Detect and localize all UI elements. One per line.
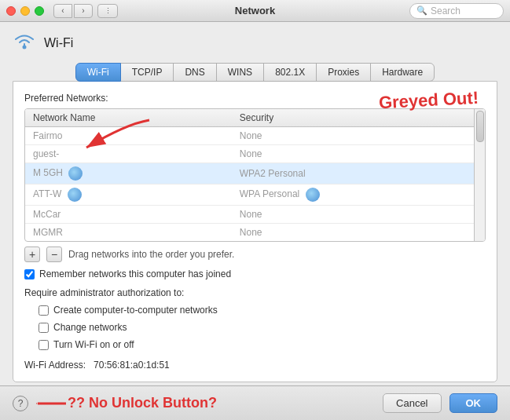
address-value: 70:56:81:a0:1d:51 — [94, 360, 170, 371]
create-checkbox[interactable] — [39, 305, 49, 316]
security-cell: WPA2 Personal — [232, 163, 485, 184]
close-button[interactable] — [6, 6, 16, 16]
scrollbar-thumb[interactable] — [476, 111, 484, 142]
bottom-actions: Cancel OK — [383, 393, 497, 413]
change-networks-row: Change networks — [39, 322, 486, 333]
tabs-bar: Wi-Fi TCP/IP DNS WINS 802.1X Proxies Har… — [13, 63, 497, 82]
table-row[interactable]: guest- None — [25, 145, 485, 163]
main-content: Wi-Fi Wi-Fi TCP/IP DNS WINS 802.1X Proxi… — [0, 22, 510, 392]
tab-dns[interactable]: DNS — [173, 63, 216, 82]
table-row[interactable]: McCar None — [25, 206, 485, 224]
globe-icon — [68, 166, 83, 181]
table-row[interactable]: ATT-W WPA Personal — [25, 184, 485, 206]
require-admin-label: Require administrator authorization to: — [24, 287, 486, 298]
network-table-wrapper: Network Name Security Fairmo None guest-… — [24, 108, 486, 242]
turn-wifi-checkbox[interactable] — [39, 340, 49, 350]
turn-wifi-label: Turn Wi-Fi on or off — [53, 339, 134, 350]
globe-icon — [68, 188, 82, 202]
add-network-button[interactable]: + — [24, 247, 40, 262]
network-name-cell: McCar — [25, 206, 232, 224]
change-label: Change networks — [53, 322, 127, 333]
security-cell: None — [232, 224, 485, 242]
network-table: Network Name Security Fairmo None guest-… — [25, 109, 485, 241]
cancel-button[interactable]: Cancel — [383, 393, 441, 413]
tab-wins[interactable]: WINS — [216, 63, 264, 82]
maximize-button[interactable] — [35, 6, 44, 16]
remember-label: Remember networks this computer has join… — [39, 268, 231, 279]
network-name-cell: guest- — [25, 145, 232, 163]
tab-wifi[interactable]: Wi-Fi — [75, 63, 121, 82]
address-label: Wi-Fi Address: — [24, 360, 86, 371]
wifi-address-bar: Wi-Fi Address: 70:56:81:a0:1d:51 — [24, 360, 486, 371]
security-cell: WPA Personal — [232, 184, 485, 206]
col-security: Security — [232, 109, 485, 127]
nav-buttons: ‹ › — [53, 4, 93, 18]
wifi-icon — [13, 31, 36, 55]
wifi-header: Wi-Fi — [13, 31, 497, 55]
grid-button[interactable]: ⋮ — [97, 4, 118, 18]
svg-point-0 — [23, 46, 27, 49]
window-title: Network — [235, 5, 275, 16]
create-networks-row: Create computer-to-computer networks — [39, 305, 486, 316]
bottom-bar: ? ?? No Unlock Button? Cancel OK — [0, 385, 510, 420]
search-icon: 🔍 — [416, 5, 427, 16]
search-input[interactable]: Search — [431, 5, 460, 16]
change-checkbox[interactable] — [39, 323, 49, 333]
arrow-unlock-annotation — [36, 394, 68, 413]
turn-wifi-row: Turn Wi-Fi on or off — [39, 339, 486, 350]
ok-button[interactable]: OK — [449, 393, 498, 413]
remove-network-button[interactable]: − — [46, 247, 62, 262]
tab-8021x[interactable]: 802.1X — [263, 63, 317, 82]
network-name-cell: Fairmo — [25, 127, 232, 145]
network-name-cell: MGMR — [25, 224, 232, 242]
drag-hint: Drag networks into the order you prefer. — [68, 249, 234, 260]
titlebar: ‹ › ⋮ Network 🔍 Search — [0, 0, 510, 22]
security-cell: None — [232, 127, 485, 145]
search-box[interactable]: 🔍 Search — [409, 3, 504, 19]
globe-icon — [306, 188, 320, 202]
scrollbar-track[interactable] — [474, 109, 485, 241]
table-row[interactable]: Fairmo None — [25, 127, 485, 145]
network-name-cell: ATT-W — [25, 184, 232, 206]
add-remove-bar: + − Drag networks into the order you pre… — [24, 247, 486, 262]
help-button[interactable]: ? — [13, 396, 28, 411]
minimize-button[interactable] — [20, 6, 30, 16]
tab-hardware[interactable]: Hardware — [370, 63, 435, 82]
table-row[interactable]: MGMR None — [25, 224, 485, 242]
window-controls — [6, 6, 44, 16]
back-button[interactable]: ‹ — [53, 4, 72, 18]
settings-panel: Preferred Networks: Network Name Securit… — [13, 81, 497, 382]
security-cell: None — [232, 145, 485, 163]
create-label: Create computer-to-computer networks — [53, 305, 218, 316]
network-name-cell: M 5GH — [25, 163, 232, 184]
no-unlock-annotation: ?? No Unlock Button? — [68, 395, 217, 411]
remember-checkbox[interactable] — [24, 269, 35, 279]
forward-button[interactable]: › — [74, 4, 93, 18]
wifi-label: Wi-Fi — [44, 36, 73, 50]
table-row[interactable]: M 5GH WPA2 Personal — [25, 163, 485, 184]
tab-proxies[interactable]: Proxies — [316, 63, 371, 82]
col-network-name: Network Name — [25, 109, 232, 127]
security-cell: None — [232, 206, 485, 224]
preferred-networks-label: Preferred Networks: — [24, 93, 486, 104]
remember-checkbox-row: Remember networks this computer has join… — [24, 268, 486, 279]
tab-tcpip[interactable]: TCP/IP — [120, 63, 174, 82]
